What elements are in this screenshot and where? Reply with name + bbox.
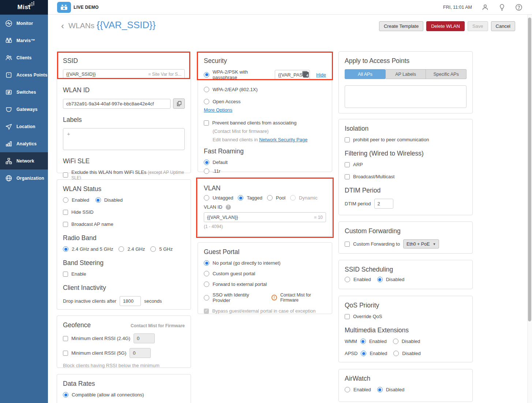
- ap-labels-tab[interactable]: AP Labels: [386, 69, 426, 79]
- vlan-pool-radio[interactable]: [267, 195, 273, 201]
- min-rssi-5-checkbox[interactable]: [63, 351, 68, 356]
- organization-icon[interactable]: [57, 2, 71, 13]
- prohibit-peer-checkbox[interactable]: [345, 137, 350, 142]
- prevent-banned-checkbox[interactable]: [204, 120, 209, 126]
- scheduling-enabled-radio[interactable]: [345, 277, 350, 282]
- gateways-icon: [5, 106, 12, 113]
- create-template-button[interactable]: Create Template: [379, 21, 423, 31]
- apsd-enabled-radio[interactable]: [361, 351, 366, 356]
- band-steering-enable-checkbox[interactable]: [63, 272, 68, 277]
- hide-ssid-checkbox[interactable]: [63, 210, 68, 215]
- scrollbar-thumb[interactable]: [528, 18, 531, 321]
- min-rssi-5-input[interactable]: [130, 348, 151, 358]
- wlan-id-input[interactable]: [63, 99, 171, 109]
- org-name-label[interactable]: LIVE DEMO: [74, 5, 99, 10]
- forward-portal-radio[interactable]: [204, 281, 209, 287]
- whats-new-bulb-icon[interactable]: [498, 4, 506, 11]
- sidebar-item-location[interactable]: Location: [0, 118, 48, 135]
- broadcast-multicast-checkbox[interactable]: [345, 174, 350, 179]
- network-security-page-link[interactable]: Network Security Page: [259, 137, 307, 142]
- sidebar-item-clients[interactable]: Clients: [0, 49, 48, 66]
- scrollbar-track[interactable]: [527, 15, 532, 403]
- override-qos-label: Override QoS: [353, 314, 382, 319]
- vlan-untagged-radio[interactable]: [204, 195, 209, 201]
- band-steering-enable-label: Enable: [71, 271, 86, 277]
- radio-band-heading: Radio Band: [63, 234, 185, 242]
- vlan-tagged-label: Tagged: [247, 195, 262, 201]
- cancel-button[interactable]: Cancel: [491, 21, 515, 31]
- fast-roaming-11r-radio[interactable]: [204, 168, 209, 174]
- custom-forwarding-dropdown[interactable]: Eth0 + PoE ▼: [403, 239, 439, 249]
- more-options-link[interactable]: More Options: [204, 107, 326, 113]
- sidebar-item-marvis[interactable]: Marvis™: [0, 32, 48, 49]
- custom-forwarding-checkbox[interactable]: [345, 242, 350, 247]
- scheduling-disabled-radio[interactable]: [377, 277, 383, 282]
- aps-list-box[interactable]: [345, 85, 467, 108]
- breadcrumb[interactable]: WLANs :: [68, 21, 99, 30]
- wpa2-psk-radio[interactable]: [204, 72, 209, 78]
- fast-roaming-default-radio[interactable]: [204, 160, 209, 165]
- all-aps-tab[interactable]: All APs: [345, 69, 386, 79]
- wmm-disabled-radio[interactable]: [393, 339, 398, 344]
- band-5-radio[interactable]: [150, 246, 156, 252]
- mist-logo[interactable]: Mist: [0, 0, 48, 15]
- sidebar-item-access-points[interactable]: Access Points: [0, 66, 48, 83]
- wpa2-eap-radio[interactable]: [204, 87, 209, 92]
- custom-forwarding-label: Custom Forwarding to: [353, 241, 400, 247]
- hide-ssid-label: Hide SSID: [71, 209, 94, 215]
- override-qos-checkbox[interactable]: [345, 314, 350, 319]
- no-portal-radio[interactable]: [204, 260, 209, 266]
- client-inactivity-input[interactable]: [120, 296, 141, 306]
- vlan-id-input[interactable]: {{VAR_VLAN}} = 10: [204, 212, 326, 222]
- bypass-portal-checkbox[interactable]: [204, 309, 209, 314]
- vlan-id-help-icon[interactable]: ?: [226, 205, 231, 210]
- wlan-status-enabled-radio[interactable]: [63, 197, 68, 203]
- back-button[interactable]: ‹: [61, 22, 64, 30]
- dtim-input[interactable]: [374, 199, 393, 209]
- labels-box[interactable]: +: [63, 128, 185, 150]
- arp-label: ARP: [353, 162, 363, 167]
- custom-portal-radio[interactable]: [204, 271, 209, 276]
- sidebar-item-analytics[interactable]: Analytics: [0, 135, 48, 152]
- user-account-icon[interactable]: [482, 4, 489, 11]
- sidebar-item-network[interactable]: Network: [0, 152, 48, 169]
- password-manager-badge-icon: 4: [303, 72, 309, 78]
- add-label-button[interactable]: +: [67, 131, 70, 137]
- sso-radio[interactable]: [204, 295, 209, 301]
- data-rates-compatible-radio[interactable]: [63, 392, 68, 398]
- min-rssi-24-checkbox[interactable]: [63, 336, 68, 341]
- exclude-wifi-sle-checkbox[interactable]: [63, 172, 68, 178]
- airwatch-disabled-radio[interactable]: [377, 387, 383, 392]
- marvis-icon: [5, 37, 12, 44]
- airwatch-enabled-radio[interactable]: [345, 387, 350, 392]
- wmm-enabled-radio[interactable]: [360, 339, 366, 344]
- min-rssi-24-input[interactable]: [134, 333, 155, 343]
- apsd-disabled-radio[interactable]: [393, 351, 399, 356]
- delete-wlan-button[interactable]: Delete WLAN: [426, 21, 465, 31]
- help-icon[interactable]: [515, 4, 522, 11]
- copy-wlan-id-button[interactable]: [173, 98, 185, 109]
- ssid-input[interactable]: {{VAR_SSID}} = Site Var for S...: [63, 69, 185, 79]
- sidebar-item-gateways[interactable]: Gateways: [0, 101, 48, 118]
- wlan-status-disabled-radio[interactable]: [95, 197, 101, 203]
- hide-passphrase-link[interactable]: Hide: [316, 72, 326, 78]
- vlan-dynamic-radio[interactable]: [290, 195, 296, 201]
- sidebar-item-organization[interactable]: Organization: [0, 169, 48, 187]
- open-access-radio[interactable]: [204, 99, 209, 104]
- arp-checkbox[interactable]: [345, 162, 350, 167]
- save-button[interactable]: Save: [468, 21, 488, 31]
- sidebar-item-switches[interactable]: Switches: [0, 83, 48, 101]
- band-24-radio[interactable]: [119, 246, 124, 252]
- main-content: ‹ WLANs : {{VAR_SSID}} Create Template D…: [48, 15, 532, 403]
- custom-portal-label: Custom guest portal: [213, 271, 255, 276]
- vlan-tagged-radio[interactable]: [238, 195, 243, 201]
- apply-aps-segmented-control: All APs AP Labels Specific APs: [345, 69, 467, 79]
- band-dual-radio[interactable]: [63, 246, 68, 252]
- wlan-id-heading: WLAN ID: [63, 86, 185, 94]
- specific-aps-tab[interactable]: Specific APs: [426, 69, 467, 79]
- fast-roaming-default-label: Default: [213, 160, 228, 165]
- sidebar-item-monitor[interactable]: Monitor: [0, 15, 48, 32]
- network-icon: [5, 157, 12, 165]
- client-inactivity-suffix: seconds: [144, 298, 162, 304]
- broadcast-ap-name-checkbox[interactable]: [63, 222, 68, 227]
